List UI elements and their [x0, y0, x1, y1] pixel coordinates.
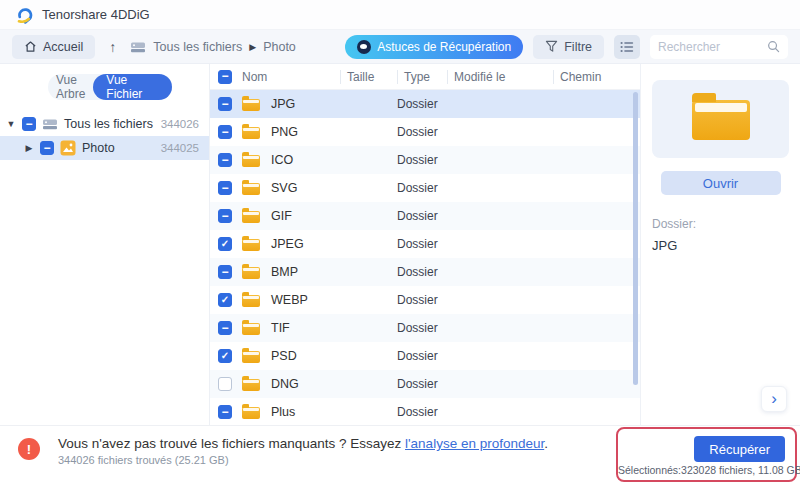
- warning-icon: !: [18, 438, 40, 460]
- selection-summary: Sélectionnés:323028 fichiers, 11.08 GB: [618, 464, 795, 476]
- tree-item-count: 344026: [161, 118, 199, 130]
- table-row[interactable]: DNG Dossier: [210, 370, 640, 398]
- tree-view-tab[interactable]: Vue Arbre: [48, 74, 93, 100]
- tree-item-photo[interactable]: ▶ Photo 344025: [0, 136, 209, 160]
- expander-down-icon[interactable]: ▼: [6, 119, 16, 129]
- table-row[interactable]: JPG Dossier: [210, 90, 640, 118]
- search-box: [650, 35, 788, 59]
- table-row[interactable]: GIF Dossier: [210, 202, 640, 230]
- folder-icon: [242, 407, 260, 419]
- expander-right-icon[interactable]: ▶: [24, 143, 34, 153]
- row-name: PSD: [271, 349, 297, 363]
- photo-icon: [60, 140, 76, 156]
- tree-item-count: 344025: [161, 142, 199, 154]
- row-checkbox[interactable]: [218, 181, 232, 195]
- footer-text: Vous n'avez pas trouvé les fichiers manq…: [58, 436, 548, 466]
- table-row[interactable]: PSD Dossier: [210, 342, 640, 370]
- column-header-name: Nom: [242, 70, 340, 84]
- row-type: Dossier: [397, 181, 447, 195]
- table-scrollbar-thumb[interactable]: [633, 92, 638, 385]
- folder-icon: [242, 183, 260, 195]
- folder-icon: [692, 100, 750, 140]
- row-checkbox[interactable]: [218, 209, 232, 223]
- table-row[interactable]: JPEG Dossier: [210, 230, 640, 258]
- home-icon: [24, 40, 37, 53]
- row-checkbox[interactable]: [218, 237, 232, 251]
- recovery-tips-label: Astuces de Récupération: [377, 40, 511, 54]
- chevron-right-icon[interactable]: ›: [761, 386, 787, 412]
- row-checkbox[interactable]: [218, 293, 232, 307]
- scan-stats: 344026 fichiers trouvés (25.21 GB): [58, 454, 548, 466]
- row-name: JPEG: [271, 237, 304, 251]
- tips-eye-icon: [357, 40, 371, 54]
- folder-icon: [242, 295, 260, 307]
- tree-item-all-files[interactable]: ▼ Tous les fichiers 344026: [0, 112, 209, 136]
- file-view-tab[interactable]: Vue Fichier: [93, 74, 172, 100]
- row-checkbox[interactable]: [218, 265, 232, 279]
- footer-bar: ! Vous n'avez pas trouvé les fichiers ma…: [0, 425, 800, 485]
- tree-item-label: Photo: [82, 141, 115, 155]
- row-checkbox[interactable]: [218, 377, 232, 391]
- open-button[interactable]: Ouvrir: [661, 171, 781, 195]
- select-all-checkbox[interactable]: [218, 70, 232, 84]
- row-name: Plus: [271, 405, 295, 419]
- titlebar: Tenorshare 4DDiG: [0, 0, 800, 30]
- row-name: TIF: [271, 321, 290, 335]
- drive-icon: [130, 40, 146, 54]
- row-checkbox[interactable]: [218, 405, 232, 419]
- breadcrumb-current[interactable]: Photo: [263, 40, 296, 54]
- row-name: WEBP: [271, 293, 308, 307]
- row-name: JPG: [271, 97, 295, 111]
- column-header-size: Taille: [340, 70, 397, 84]
- preview-field-label: Dossier:: [652, 217, 789, 231]
- deep-scan-link[interactable]: l'analyse en profondeur: [405, 436, 544, 451]
- annotation-highlight: Récupérer Sélectionnés:323028 fichiers, …: [616, 427, 797, 482]
- table-row[interactable]: SVG Dossier: [210, 174, 640, 202]
- list-view-icon: [620, 41, 634, 53]
- recover-button[interactable]: Récupérer: [694, 436, 785, 462]
- search-input[interactable]: [658, 40, 767, 54]
- preview-panel: Ouvrir Dossier: JPG ›: [640, 64, 800, 425]
- breadcrumb-separator-icon: ▶: [249, 42, 256, 52]
- search-icon[interactable]: [767, 40, 780, 53]
- table-row[interactable]: PNG Dossier: [210, 118, 640, 146]
- home-button-label: Accueil: [43, 40, 83, 54]
- column-header-type: Type: [397, 70, 447, 84]
- folder-tree: ▼ Tous les fichiers 344026 ▶: [0, 112, 209, 160]
- row-checkbox[interactable]: [218, 321, 232, 335]
- main-content: Vue Arbre Vue Fichier ▼ Tous les fichier…: [0, 64, 800, 425]
- footer-message-suffix: .: [544, 436, 548, 451]
- row-name: BMP: [271, 265, 298, 279]
- up-arrow-icon[interactable]: ↑: [105, 39, 120, 55]
- row-checkbox[interactable]: [218, 125, 232, 139]
- column-header-path: Chemin: [553, 70, 640, 84]
- row-checkbox[interactable]: [218, 153, 232, 167]
- folder-icon: [242, 239, 260, 251]
- table-row[interactable]: ICO Dossier: [210, 146, 640, 174]
- row-checkbox[interactable]: [218, 97, 232, 111]
- table-row[interactable]: Plus Dossier: [210, 398, 640, 425]
- tree-checkbox[interactable]: [40, 141, 54, 155]
- table-row[interactable]: BMP Dossier: [210, 258, 640, 286]
- sidebar: Vue Arbre Vue Fichier ▼ Tous les fichier…: [0, 64, 210, 425]
- table-row[interactable]: TIF Dossier: [210, 314, 640, 342]
- app-window: Tenorshare 4DDiG Accueil ↑ Tous les fich…: [0, 0, 800, 485]
- navbar: Accueil ↑ Tous les fichiers ▶ Photo Astu…: [0, 30, 800, 64]
- tree-checkbox[interactable]: [22, 117, 36, 131]
- breadcrumb-root[interactable]: Tous les fichiers: [153, 40, 242, 54]
- recovery-tips-button[interactable]: Astuces de Récupération: [345, 35, 523, 59]
- folder-icon: [242, 267, 260, 279]
- app-logo-icon: [15, 5, 34, 24]
- filter-button[interactable]: Filtre: [533, 35, 604, 59]
- preview-card: [652, 80, 789, 158]
- row-type: Dossier: [397, 209, 447, 223]
- folder-icon: [242, 323, 260, 335]
- row-checkbox[interactable]: [218, 349, 232, 363]
- folder-icon: [242, 379, 260, 391]
- list-view-button[interactable]: [614, 35, 640, 59]
- view-toggle: Vue Arbre Vue Fichier: [48, 74, 172, 100]
- table-row[interactable]: WEBP Dossier: [210, 286, 640, 314]
- folder-icon: [242, 211, 260, 223]
- home-button[interactable]: Accueil: [12, 35, 95, 59]
- row-type: Dossier: [397, 349, 447, 363]
